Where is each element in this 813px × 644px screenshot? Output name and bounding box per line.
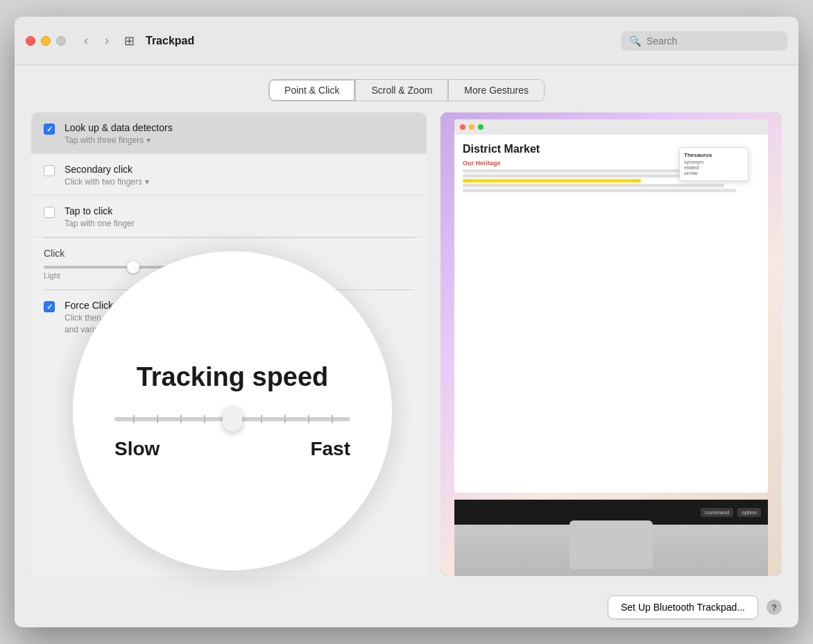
secondary-click-label: Secondary click — [65, 164, 149, 175]
tick-4 — [204, 415, 205, 423]
tab-point-click[interactable]: Point & Click — [268, 79, 355, 101]
text-line-3 — [463, 179, 641, 183]
thesaurus-title: Thesaurus — [684, 152, 744, 158]
tap-to-click-label: Tap to click — [65, 205, 135, 217]
force-click-checkbox[interactable] — [44, 301, 55, 312]
text-line-4 — [463, 184, 724, 187]
tick-8 — [332, 415, 333, 423]
tick-5 — [261, 415, 262, 423]
maximize-button[interactable] — [56, 36, 66, 46]
main-body-wrapper: Look up & data detectors Tap with three … — [31, 112, 782, 576]
help-button[interactable]: ? — [767, 600, 782, 615]
titlebar: ‹ › ⊞ Trackpad 🔍 — [15, 17, 798, 65]
window-title: Trackpad — [146, 35, 613, 47]
tracking-speed-title: Tracking speed — [137, 362, 329, 392]
slow-label: Slow — [114, 438, 160, 460]
tabs-row: Point & Click Scroll & Zoom More Gesture… — [31, 79, 782, 101]
tick-6 — [284, 415, 286, 423]
traffic-lights — [26, 36, 66, 46]
look-up-checkbox[interactable] — [44, 124, 55, 135]
preview-panel: District Market Our Heritage Thesaurus — [440, 112, 782, 576]
tick-1 — [133, 415, 135, 423]
search-input[interactable] — [647, 35, 779, 46]
screen-dot-green — [478, 124, 483, 130]
tap-to-click-checkbox[interactable] — [44, 207, 55, 218]
tracking-speed-labels: Slow Fast — [114, 438, 350, 460]
preview-screen: District Market Our Heritage Thesaurus — [454, 119, 768, 493]
secondary-click-checkbox[interactable] — [44, 165, 55, 176]
screen-dot-red — [460, 124, 465, 130]
setting-secondary-click[interactable]: Secondary click Click with two fingers ▾ — [31, 154, 427, 196]
bottom-bar: Set Up Bluetooth Trackpad... ? — [15, 587, 798, 627]
look-up-label: Look up & data detectors — [65, 122, 173, 133]
thesaurus-box: Thesaurus synonym related similar — [679, 147, 748, 181]
preview-image: District Market Our Heritage Thesaurus — [440, 112, 782, 576]
label-light: Light — [44, 271, 60, 280]
setting-look-up[interactable]: Look up & data detectors Tap with three … — [31, 112, 427, 154]
trackpad-area — [570, 520, 653, 569]
search-icon: 🔍 — [629, 35, 641, 46]
fast-label: Fast — [310, 438, 350, 460]
click-force-thumb[interactable] — [127, 261, 139, 273]
main-window: ‹ › ⊞ Trackpad 🔍 Point & Click Scroll & … — [15, 17, 798, 627]
secondary-click-text: Secondary click Click with two fingers ▾ — [65, 164, 149, 187]
content-area: Point & Click Scroll & Zoom More Gesture… — [15, 65, 798, 587]
screen-body: District Market Our Heritage Thesaurus — [454, 135, 768, 493]
setup-bluetooth-button[interactable]: Set Up Bluetooth Trackpad... — [608, 595, 758, 619]
tab-scroll-zoom[interactable]: Scroll & Zoom — [355, 79, 448, 101]
grid-icon: ⊞ — [124, 33, 135, 49]
secondary-click-sub: Click with two fingers ▾ — [65, 177, 149, 187]
tap-to-click-text: Tap to click Tap with one finger — [65, 205, 135, 228]
tracking-speed-track — [114, 417, 350, 421]
look-up-sub: Tap with three fingers ▾ — [65, 135, 173, 145]
search-bar: 🔍 — [621, 31, 787, 51]
option-key: option — [737, 508, 761, 517]
thesaurus-line-2: related — [684, 165, 744, 170]
look-up-text: Look up & data detectors Tap with three … — [65, 122, 173, 145]
tick-7 — [308, 415, 309, 423]
back-button[interactable]: ‹ — [80, 31, 92, 51]
tap-to-click-sub: Tap with one finger — [65, 219, 135, 228]
forward-button[interactable]: › — [101, 31, 113, 51]
tracking-speed-overlay: Tracking speed Slow Fast — [73, 251, 392, 570]
setting-tap-to-click[interactable]: Tap to click Tap with one finger — [31, 196, 427, 237]
tracking-speed-thumb[interactable] — [223, 407, 242, 432]
text-line-5 — [463, 189, 736, 192]
screen-dot-yellow — [469, 124, 474, 130]
tab-more-gestures[interactable]: More Gestures — [448, 79, 545, 101]
thesaurus-line-1: synonym — [684, 160, 744, 164]
keyboard-area: command option — [454, 500, 768, 576]
thesaurus-line-3: similar — [684, 171, 744, 176]
minimize-button[interactable] — [41, 36, 51, 46]
close-button[interactable] — [26, 36, 35, 46]
screen-titlebar — [454, 119, 768, 135]
tick-2 — [157, 415, 158, 423]
command-key: command — [701, 508, 733, 517]
tick-3 — [180, 415, 182, 423]
